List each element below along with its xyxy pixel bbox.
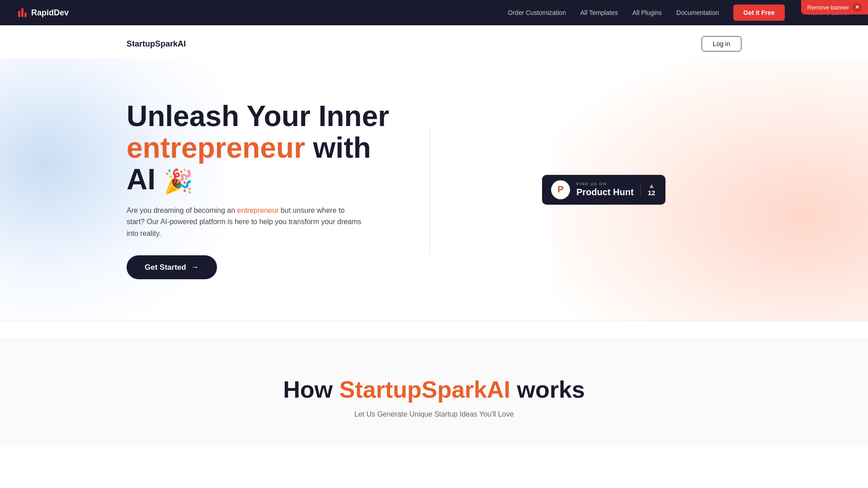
nav-order-customization[interactable]: Order Customization <box>508 9 566 16</box>
how-heading-suffix: works <box>510 376 585 403</box>
how-section: How StartupSparkAI works Let Us Generate… <box>0 340 868 446</box>
login-button[interactable]: Log in <box>702 36 741 52</box>
how-heading-highlight: StartupSparkAI <box>339 376 510 403</box>
top-banner: Remove banner ✕ <box>801 0 868 14</box>
get-started-arrow: → <box>191 263 199 272</box>
hero-desc-link[interactable]: entrepreneur <box>237 206 279 214</box>
get-started-label: Get Started <box>145 263 186 272</box>
get-started-button[interactable]: Get Started → <box>127 255 217 279</box>
hero-heading: Unleash Your Inner entrepreneur with AI … <box>127 100 402 196</box>
logo-bar-2 <box>21 8 24 17</box>
product-hunt-votes-arrow: ▲ <box>648 183 655 189</box>
hero-heading-line1: Unleash Your Inner <box>127 100 389 132</box>
hero-left: Unleash Your Inner entrepreneur with AI … <box>127 100 429 280</box>
rapiddev-logo-icon <box>18 8 27 17</box>
hero-desc-prefix: Are you dreaming of becoming an <box>127 206 237 214</box>
logo-bar-1 <box>18 11 20 17</box>
hero-content: Unleash Your Inner entrepreneur with AI … <box>0 100 868 280</box>
product-hunt-text: FIND US ON Product Hunt <box>576 182 634 197</box>
how-subtitle: Let Us Generate Unique Startup Ideas You… <box>127 410 741 418</box>
logo-bar-3 <box>24 13 27 17</box>
remove-banner-label[interactable]: Remove banner <box>807 4 849 11</box>
navbar-logo-text: RapidDev <box>31 8 69 18</box>
site-header: StartupSparkAI Log in <box>0 25 868 59</box>
product-hunt-logo: P <box>551 180 570 199</box>
product-hunt-votes-count: 12 <box>648 189 656 197</box>
navbar-logo[interactable]: RapidDev <box>18 8 69 18</box>
nav-documentation[interactable]: Documentation <box>676 9 719 16</box>
product-hunt-badge[interactable]: P FIND US ON Product Hunt ▲ 12 <box>542 175 665 205</box>
product-hunt-logo-letter: P <box>557 184 563 195</box>
nav-all-templates[interactable]: All Templates <box>580 9 618 16</box>
navbar-links: Order Customization All Templates All Pl… <box>508 5 850 21</box>
hero-right: P FIND US ON Product Hunt ▲ 12 <box>430 175 742 205</box>
get-it-free-button[interactable]: Get it Free <box>733 5 784 21</box>
product-hunt-find-us: FIND US ON <box>576 182 634 186</box>
how-heading-prefix: How <box>283 376 339 403</box>
nav-all-plugins[interactable]: All Plugins <box>632 9 662 16</box>
section-divider-1 <box>0 321 868 321</box>
how-heading: How StartupSparkAI works <box>127 376 741 403</box>
product-hunt-votes: ▲ 12 <box>640 183 656 197</box>
product-hunt-name: Product Hunt <box>576 187 634 197</box>
navbar: RapidDev Order Customization All Templat… <box>0 0 868 25</box>
hero-description: Are you dreaming of becoming an entrepre… <box>127 205 362 239</box>
hero-section: Unleash Your Inner entrepreneur with AI … <box>0 59 868 321</box>
site-title: StartupSparkAI <box>127 39 186 49</box>
banner-close-button[interactable]: ✕ <box>853 3 862 12</box>
hero-heading-highlight: entrepreneur <box>127 131 305 164</box>
